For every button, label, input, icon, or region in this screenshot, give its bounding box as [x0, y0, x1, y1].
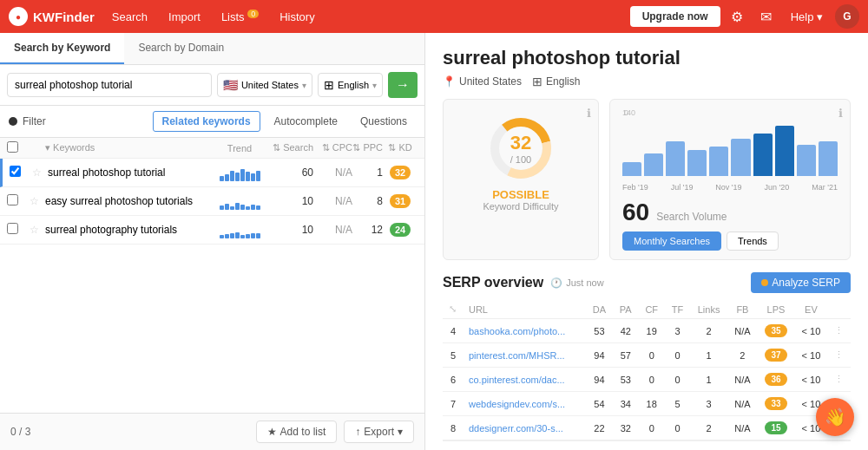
serp-row-actions[interactable]: ⋮	[828, 343, 851, 368]
table-header: ▾ Keywords Trend ⇅ Search ⇅ CPC ⇅ PPC ⇅ …	[0, 138, 424, 159]
row-menu-icon[interactable]: ⋮	[834, 349, 844, 360]
monthly-searches-btn[interactable]: Monthly Searches	[622, 232, 721, 251]
col-header-keywords: ▾ Keywords	[45, 142, 209, 153]
table-row[interactable]: ☆ surreal photography tutorials 10 N/A 1…	[0, 216, 424, 245]
user-avatar[interactable]: G	[835, 4, 859, 29]
url-link[interactable]: bashooka.com/photo...	[469, 326, 565, 336]
serp-tf: 5	[665, 392, 690, 416]
add-to-list-button[interactable]: ★ Add to list	[256, 421, 338, 443]
serp-pa: 57	[613, 343, 639, 368]
serp-da: 53	[586, 319, 613, 343]
serp-links: 1	[690, 343, 727, 368]
filter-button[interactable]: Filter	[23, 115, 46, 127]
row-menu-icon[interactable]: ⋮	[834, 325, 844, 336]
country-select[interactable]: 🇺🇸 United States ▾	[217, 73, 312, 97]
serp-row-actions[interactable]: ⋮	[828, 368, 851, 392]
meta-country: 📍 United States	[443, 75, 522, 88]
search-input[interactable]	[7, 73, 212, 97]
autocomplete-btn[interactable]: Autocomplete	[266, 112, 346, 131]
serp-rank: 7	[443, 392, 464, 416]
nav-search[interactable]: Search	[103, 7, 156, 27]
url-link[interactable]: ddesignerr.com/30-s...	[469, 423, 563, 434]
chart-bar	[753, 134, 773, 177]
settings-icon[interactable]: ⚙	[724, 5, 750, 29]
serp-header: SERP overview 🕐 Just now Analyze SERP	[443, 272, 851, 293]
url-link[interactable]: pinterest.com/MHSR...	[469, 350, 565, 361]
export-button[interactable]: ↑ Export ▾	[344, 421, 414, 443]
help-button[interactable]: Help ▾	[782, 7, 832, 27]
chart-bar	[709, 147, 728, 176]
search-bar: 🇺🇸 United States ▾ ⊞ English ▾ →	[0, 65, 424, 106]
top-nav: ● KWFinder Search Import Lists 0 History…	[0, 0, 868, 33]
col-url: URL	[464, 300, 586, 319]
language-select[interactable]: ⊞ English ▾	[318, 73, 383, 97]
url-link[interactable]: co.pinterest.com/dac...	[469, 375, 565, 385]
col-actions	[828, 300, 851, 319]
row-trend	[209, 221, 270, 238]
serp-cf: 18	[639, 392, 665, 416]
tab-keyword[interactable]: Search by Keyword	[0, 33, 124, 64]
search-tabs: Search by Keyword Search by Domain	[0, 33, 424, 65]
table-row[interactable]: ☆ surreal photoshop tutorial 60 N/A 1 32	[0, 159, 424, 187]
questions-btn[interactable]: Questions	[352, 112, 416, 131]
url-link[interactable]: webdesigndev.com/s...	[469, 399, 565, 409]
serp-cf: 19	[639, 319, 665, 343]
serp-url[interactable]: webdesigndev.com/s...	[464, 392, 586, 416]
filter-dot	[9, 117, 17, 126]
serp-fb: N/A	[727, 416, 758, 440]
row-checkbox[interactable]	[7, 223, 18, 234]
serp-fb: N/A	[727, 319, 758, 343]
analyze-serp-button[interactable]: Analyze SERP	[751, 272, 851, 293]
row-search: 60	[270, 166, 313, 179]
row-kd: 31	[383, 194, 418, 208]
row-ppc: 12	[352, 224, 383, 236]
chart-zero-label: 0	[624, 108, 838, 117]
serp-lps: 33	[758, 392, 794, 416]
serp-url[interactable]: ddesignerr.com/30-s...	[464, 416, 586, 440]
load-next-button[interactable]: + Load next page	[443, 440, 851, 450]
kd-label: POSSIBLE	[492, 188, 549, 201]
row-star[interactable]: ☆	[32, 166, 48, 179]
serp-table-header: ⤡ URL DA PA CF TF Links FB LPS EV	[443, 300, 851, 319]
messages-icon[interactable]: ✉	[753, 5, 779, 29]
nav-lists[interactable]: Lists 0	[213, 6, 267, 27]
col-lps: LPS	[758, 300, 794, 319]
row-checkbox[interactable]	[7, 194, 18, 205]
serp-lps: 37	[758, 343, 794, 368]
nav-import[interactable]: Import	[160, 7, 209, 27]
row-menu-icon[interactable]: ⋮	[834, 374, 844, 384]
serp-tf: 3	[665, 319, 690, 343]
col-header-kd: ⇅ KD	[383, 142, 418, 153]
clock-icon: 🕐	[550, 277, 562, 289]
serp-table-row: 8 ddesignerr.com/30-s... 22 32 0 0 2 N/A…	[443, 416, 851, 440]
col-expand: ⤡	[443, 300, 464, 319]
row-checkbox[interactable]	[10, 166, 21, 177]
row-star[interactable]: ☆	[30, 224, 45, 236]
info-icon[interactable]: ℹ	[838, 107, 843, 120]
chart-bar	[819, 141, 838, 176]
row-cpc: N/A	[313, 166, 352, 179]
select-all-checkbox[interactable]	[7, 141, 18, 153]
upgrade-button[interactable]: Upgrade now	[630, 6, 720, 27]
serp-url[interactable]: pinterest.com/MHSR...	[464, 343, 586, 368]
nav-history[interactable]: History	[271, 7, 323, 27]
serp-rank: 6	[443, 368, 464, 392]
chat-bubble[interactable]: 👋	[816, 398, 854, 436]
serp-url[interactable]: co.pinterest.com/dac...	[464, 368, 586, 392]
kd-sublabel: Keyword Difficulty	[483, 201, 558, 212]
col-header-search: ⇅ Search	[270, 142, 313, 153]
info-icon[interactable]: ℹ	[587, 107, 591, 120]
col-header-cpc: ⇅ CPC	[313, 142, 352, 153]
row-star[interactable]: ☆	[30, 195, 45, 207]
tab-domain[interactable]: Search by Domain	[124, 33, 238, 64]
serp-url[interactable]: bashooka.com/photo...	[464, 319, 586, 343]
table-row[interactable]: ☆ easy surreal photoshop tutorials 10 N/…	[0, 187, 424, 216]
serp-row-actions[interactable]: ⋮	[828, 319, 851, 343]
serp-da: 22	[586, 416, 613, 440]
serp-title: SERP overview	[443, 275, 543, 290]
trends-btn[interactable]: Trends	[727, 232, 779, 251]
row-cpc: N/A	[313, 195, 352, 207]
serp-cf: 0	[639, 343, 665, 368]
related-keywords-btn[interactable]: Related keywords	[153, 111, 260, 132]
search-go-button[interactable]: →	[388, 72, 418, 98]
